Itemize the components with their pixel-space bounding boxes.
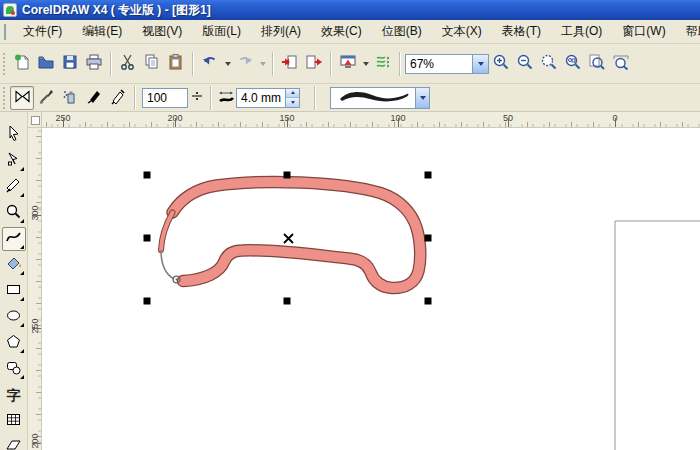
scissors-icon xyxy=(119,53,137,74)
separator xyxy=(272,52,274,76)
zoom-combo-dropdown[interactable] xyxy=(472,55,488,73)
coreldraw-window: { "window": { "title": "CorelDRAW X4 ( 专… xyxy=(0,0,700,450)
shape-tool[interactable] xyxy=(2,149,26,173)
menu-layout[interactable]: 版面(L) xyxy=(192,20,251,43)
zoom-to-selection-button[interactable] xyxy=(537,52,561,76)
handle-middle-left[interactable] xyxy=(144,235,151,242)
welcome-screen-icon xyxy=(374,53,392,74)
handle-bottom-right[interactable] xyxy=(425,298,432,305)
property-bar: 100 4.0 mm xyxy=(0,84,700,112)
table-tool[interactable] xyxy=(2,409,26,433)
chevron-down-icon xyxy=(291,101,295,104)
handle-top-center[interactable] xyxy=(284,172,291,179)
menu-window[interactable]: 窗口(W) xyxy=(612,20,675,43)
zoom-out-button[interactable] xyxy=(513,52,537,76)
redo-button[interactable] xyxy=(233,52,257,76)
vertical-ruler[interactable]: 300 250 200 xyxy=(28,128,42,450)
stroke-width-spinner[interactable] xyxy=(285,89,299,107)
app-icon xyxy=(3,3,17,17)
save-button[interactable] xyxy=(58,52,82,76)
undo-dropdown[interactable] xyxy=(222,52,233,76)
menu-effects[interactable]: 效果(C) xyxy=(311,20,372,43)
print-button[interactable] xyxy=(82,52,106,76)
paste-clipboard-icon xyxy=(167,53,185,74)
spin-up[interactable] xyxy=(286,89,299,98)
cut-button[interactable] xyxy=(116,52,140,76)
drawing-canvas[interactable] xyxy=(42,128,700,450)
stroke-preview-icon xyxy=(331,87,415,108)
menu-text[interactable]: 文本(X) xyxy=(432,20,492,43)
zoom-level-combo[interactable]: 67% xyxy=(405,54,489,74)
export-button[interactable] xyxy=(302,52,326,76)
calligraphic-mode-button[interactable] xyxy=(82,86,106,110)
stroke-preset-dropdown[interactable] xyxy=(330,87,430,109)
ellipse-tool[interactable] xyxy=(2,305,26,329)
title-bar[interactable]: CorelDRAW X4 ( 专业版 ) - [图形1] xyxy=(0,0,700,20)
zoom-to-all-objects-button[interactable] xyxy=(561,52,585,76)
new-page-icon xyxy=(13,53,31,74)
menu-help[interactable]: 帮助(H) xyxy=(676,20,700,43)
rectangle-tool[interactable] xyxy=(2,279,26,303)
import-button[interactable] xyxy=(278,52,302,76)
canvas-artwork xyxy=(42,128,700,450)
pressure-mode-button[interactable] xyxy=(106,86,130,110)
zoom-tool[interactable] xyxy=(2,201,26,225)
window-title: CorelDRAW X4 ( 专业版 ) - [图形1] xyxy=(22,2,211,19)
menu-arrange[interactable]: 排列(A) xyxy=(251,20,311,43)
selection-center-x[interactable] xyxy=(284,234,293,243)
tick xyxy=(32,443,41,444)
artistic-media-tool[interactable] xyxy=(2,227,26,251)
redo-dropdown[interactable] xyxy=(257,52,268,76)
paste-button[interactable] xyxy=(164,52,188,76)
toolbar-grip[interactable] xyxy=(2,53,7,75)
artistic-media-squiggle-icon xyxy=(5,229,22,249)
menu-view[interactable]: 视图(V) xyxy=(132,20,192,43)
ruler-origin[interactable] xyxy=(28,112,42,128)
basic-shapes-tool[interactable] xyxy=(2,357,26,381)
stroke-preset-dropdown-button[interactable] xyxy=(415,88,429,108)
freehand-smoothing-field[interactable]: 100 xyxy=(142,88,188,108)
handle-bottom-center[interactable] xyxy=(284,298,291,305)
handle-middle-right[interactable] xyxy=(425,235,432,242)
smart-fill-tool[interactable] xyxy=(2,253,26,277)
preset-bowtie-icon xyxy=(14,88,31,108)
menu-file[interactable]: 文件(F) xyxy=(13,20,72,43)
chevron-down-icon xyxy=(363,62,369,66)
open-button[interactable] xyxy=(34,52,58,76)
preset-mode-button[interactable] xyxy=(10,86,34,110)
pick-tool[interactable] xyxy=(2,123,26,147)
handle-top-left[interactable] xyxy=(144,172,151,179)
rectangle-icon xyxy=(5,281,22,301)
smoothing-slider-button[interactable] xyxy=(188,86,206,110)
menu-tools[interactable]: 工具(O) xyxy=(551,20,612,43)
magnifier-icon xyxy=(5,203,22,223)
new-button[interactable] xyxy=(10,52,34,76)
selected-artistic-media-object[interactable] xyxy=(161,182,420,288)
sprayer-mode-button[interactable] xyxy=(58,86,82,110)
handle-top-right[interactable] xyxy=(425,172,432,179)
chevron-down-icon xyxy=(260,62,266,66)
handle-bottom-left[interactable] xyxy=(144,298,151,305)
interactive-tool[interactable] xyxy=(2,435,26,450)
brush-mode-button[interactable] xyxy=(34,86,58,110)
menu-bitmaps[interactable]: 位图(B) xyxy=(372,20,432,43)
spin-down[interactable] xyxy=(286,97,299,107)
undo-button[interactable] xyxy=(198,52,222,76)
menu-table[interactable]: 表格(T) xyxy=(492,20,551,43)
polygon-tool[interactable] xyxy=(2,331,26,355)
chevron-down-icon xyxy=(420,96,426,100)
application-launcher-button[interactable] xyxy=(336,52,360,76)
copy-button[interactable] xyxy=(140,52,164,76)
zoom-to-page-button[interactable] xyxy=(585,52,609,76)
welcome-screen-button[interactable] xyxy=(371,52,395,76)
zoom-to-width-button[interactable] xyxy=(609,52,633,76)
propbar-grip[interactable] xyxy=(2,87,7,109)
text-tool[interactable]: 字 xyxy=(2,383,26,407)
crop-tool[interactable] xyxy=(2,175,26,199)
launcher-dropdown[interactable] xyxy=(360,52,371,76)
menu-edit[interactable]: 编辑(E) xyxy=(72,20,132,43)
open-folder-icon xyxy=(37,53,55,74)
horizontal-ruler[interactable]: 250 200 150 100 50 0 xyxy=(42,112,700,128)
zoom-in-button[interactable] xyxy=(489,52,513,76)
stroke-width-field[interactable]: 4.0 mm xyxy=(236,88,300,108)
